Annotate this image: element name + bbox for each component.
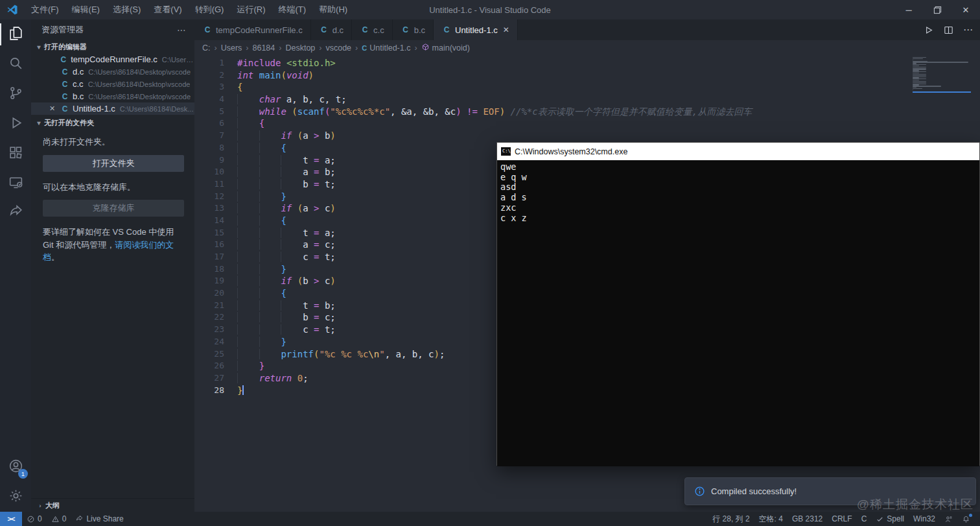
code-line[interactable]: 4 char a, b, c, t; bbox=[194, 93, 980, 106]
activitybar-run-debug[interactable] bbox=[0, 109, 31, 139]
activitybar-explorer[interactable] bbox=[0, 19, 31, 49]
tab-b.c[interactable]: Cb.c bbox=[393, 19, 434, 40]
restore-button[interactable] bbox=[923, 0, 951, 19]
open-editor-item[interactable]: Cc.cC:\Users\86184\Desktop\vscode bbox=[31, 78, 194, 90]
tab-tempCodeRunnerFile.c[interactable]: CtempCodeRunnerFile.c bbox=[194, 19, 311, 40]
sidebar-more-actions[interactable]: ⋯ bbox=[177, 25, 187, 35]
c-file-icon: C bbox=[362, 43, 367, 53]
line-number: 7 bbox=[194, 130, 224, 142]
token-var: a bbox=[303, 239, 314, 250]
breadcrumb-item[interactable]: Users bbox=[221, 43, 242, 53]
cmd-output[interactable]: qwee q wasda d szxcc x z bbox=[497, 160, 979, 466]
status-feedback[interactable] bbox=[940, 512, 957, 526]
breadcrumb-item[interactable]: C: bbox=[202, 43, 211, 53]
close-tab-icon[interactable]: ✕ bbox=[503, 25, 509, 34]
menu-item[interactable]: 运行(R) bbox=[230, 0, 272, 19]
token-var: b bbox=[303, 312, 314, 322]
token-var: a; bbox=[319, 228, 335, 238]
close-file-icon[interactable]: ✕ bbox=[49, 104, 60, 113]
menu-item[interactable]: 终端(T) bbox=[272, 0, 312, 19]
token-b3: } bbox=[281, 191, 286, 202]
minimize-button[interactable]: ─ bbox=[894, 0, 923, 19]
more-actions-icon[interactable]: ⋯ bbox=[963, 24, 974, 36]
activitybar-source-control[interactable] bbox=[0, 79, 31, 109]
breadcrumb-item[interactable]: main(void) bbox=[421, 43, 470, 53]
minimap[interactable] bbox=[913, 57, 971, 93]
breadcrumb-item[interactable]: CUntitled-1.c bbox=[362, 43, 410, 53]
run-code-icon[interactable] bbox=[923, 25, 934, 36]
open-editor-item[interactable]: Cd.cC:\Users\86184\Desktop\vscode bbox=[31, 66, 194, 78]
code-line[interactable]: 1#include <stdio.h> bbox=[194, 57, 980, 69]
code-line[interactable]: 6 { bbox=[194, 117, 980, 130]
notification-toast[interactable]: Compiled successfully! bbox=[684, 477, 976, 505]
line-number: 1 bbox=[194, 57, 224, 69]
activitybar-live-share[interactable] bbox=[0, 198, 31, 228]
code-text: c = t; bbox=[224, 251, 336, 263]
open-editor-item[interactable]: Cb.cC:\Users\86184\Desktop\vscode bbox=[31, 90, 194, 102]
indent-guide bbox=[237, 239, 259, 250]
outline-section[interactable]: › 大纲 bbox=[31, 498, 194, 512]
activitybar-extensions[interactable] bbox=[0, 139, 31, 169]
code-line[interactable]: 7 if (a > b) bbox=[194, 130, 980, 142]
menu-item[interactable]: 文件(F) bbox=[25, 0, 65, 19]
split-editor-icon[interactable] bbox=[943, 25, 954, 36]
cmd-titlebar[interactable]: C:\Windows\system32\cmd.exe bbox=[497, 143, 979, 160]
activitybar-remote-explorer[interactable] bbox=[0, 169, 31, 198]
status-行-28-列-2[interactable]: 行 28, 列 2 bbox=[708, 512, 754, 526]
tab-Untitled-1.c[interactable]: CUntitled-1.c✕ bbox=[434, 19, 518, 40]
menu-item[interactable]: 转到(G) bbox=[189, 0, 231, 19]
indent-guide bbox=[259, 191, 281, 202]
open-editor-item[interactable]: CtempCodeRunnerFile.cC:\Users\... bbox=[31, 53, 194, 66]
menu-item[interactable]: 编辑(E) bbox=[65, 0, 106, 19]
status-gb-2312[interactable]: GB 2312 bbox=[788, 512, 827, 526]
token-b3: { bbox=[281, 288, 286, 298]
tab-c.c[interactable]: Cc.c bbox=[352, 19, 393, 40]
line-number: 19 bbox=[194, 275, 224, 287]
indent-guide bbox=[237, 300, 259, 311]
no-folder-section[interactable]: ▼ 无打开的文件夹 bbox=[31, 116, 194, 129]
menu-item[interactable]: 查看(V) bbox=[147, 0, 188, 19]
close-button[interactable]: ✕ bbox=[951, 0, 980, 19]
breadcrumb-item[interactable]: Desktop bbox=[285, 43, 315, 53]
token-b1: } bbox=[237, 385, 242, 396]
no-folder-text: 尚未打开文件夹。 bbox=[43, 136, 184, 149]
remote-indicator[interactable]: >< bbox=[0, 512, 22, 526]
status-label: 行 28, 列 2 bbox=[712, 514, 749, 525]
status-0[interactable]: 0 bbox=[47, 512, 71, 526]
open-editor-item[interactable]: ✕CUntitled-1.cC:\Users\86184\Desk... bbox=[31, 102, 194, 115]
menu-item[interactable]: 帮助(H) bbox=[312, 0, 354, 19]
activitybar-search[interactable] bbox=[0, 49, 31, 79]
status-live-share[interactable]: Live Share bbox=[71, 512, 128, 526]
status-label: 0 bbox=[62, 514, 67, 523]
line-number: 24 bbox=[194, 336, 224, 348]
indent-guide bbox=[237, 94, 259, 104]
activitybar-settings[interactable] bbox=[0, 482, 31, 512]
clone-repo-button[interactable]: 克隆存储库 bbox=[43, 200, 184, 217]
status-bell[interactable] bbox=[957, 512, 975, 526]
status-空格-4[interactable]: 空格: 4 bbox=[754, 512, 788, 526]
line-number: 12 bbox=[194, 191, 224, 203]
menu-item[interactable]: 选择(S) bbox=[106, 0, 147, 19]
tab-d.c[interactable]: Cd.c bbox=[311, 19, 352, 40]
breadcrumb-item[interactable]: 86184 bbox=[253, 43, 275, 53]
code-line[interactable]: 3{ bbox=[194, 81, 980, 93]
minimap-line bbox=[913, 90, 913, 90]
status-crlf[interactable]: CRLF bbox=[827, 512, 856, 526]
activitybar-accounts[interactable]: 1 bbox=[0, 452, 31, 482]
indent-guide bbox=[281, 252, 303, 262]
code-line[interactable]: 5 while (scanf("%c%c%c%*c", &a, &b, &c) … bbox=[194, 106, 980, 118]
code-line[interactable]: 2int main(void) bbox=[194, 69, 980, 82]
sidebar-title: 资源管理器 bbox=[41, 24, 84, 36]
open-editors-section[interactable]: ▼ 打开的编辑器 bbox=[31, 40, 194, 53]
cmd-icon bbox=[501, 147, 511, 156]
breadcrumb-item[interactable]: vscode bbox=[325, 43, 351, 53]
status-c[interactable]: C bbox=[857, 512, 872, 526]
status-spell[interactable]: Spell bbox=[871, 512, 909, 526]
code-text: b = c; bbox=[224, 311, 336, 324]
open-folder-button[interactable]: 打开文件夹 bbox=[43, 155, 184, 172]
indent-guide bbox=[259, 324, 281, 335]
code-text: t = a; bbox=[224, 227, 336, 239]
status-0[interactable]: 0 bbox=[22, 512, 47, 526]
status-win32[interactable]: Win32 bbox=[909, 512, 940, 526]
token-var: b bbox=[303, 179, 314, 189]
